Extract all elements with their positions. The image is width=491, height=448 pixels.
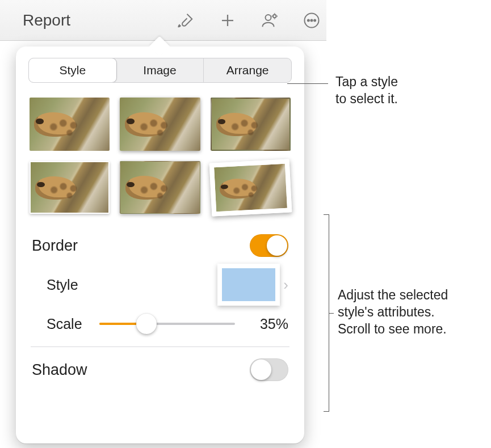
style-presets-grid xyxy=(28,98,292,214)
callout-select-style: Tap a style to select it. xyxy=(335,74,398,108)
svg-point-0 xyxy=(266,15,271,20)
shadow-toggle[interactable] xyxy=(250,358,288,381)
border-style-row[interactable]: Style › xyxy=(28,261,292,308)
svg-point-3 xyxy=(308,19,309,21)
format-popover: Style Image Arrange Border Style › Scale xyxy=(16,47,304,443)
style-preset-5[interactable] xyxy=(120,161,200,214)
brush-icon[interactable] xyxy=(177,11,195,29)
border-style-label: Style xyxy=(32,277,78,293)
tab-image[interactable]: Image xyxy=(116,58,204,82)
svg-point-4 xyxy=(311,19,313,21)
callouts-layer: Tap a style to select it. Adjust the sel… xyxy=(326,0,491,448)
divider xyxy=(31,346,289,347)
collaborate-icon[interactable] xyxy=(261,11,279,29)
style-preset-1[interactable] xyxy=(30,98,110,151)
tab-segmented-control: Style Image Arrange xyxy=(28,58,292,83)
svg-point-5 xyxy=(314,19,316,21)
toolbar-icons xyxy=(177,0,321,40)
style-preset-6[interactable] xyxy=(209,159,292,216)
document-title: Report xyxy=(23,11,70,29)
callout-line xyxy=(287,83,328,84)
shadow-row: Shadow xyxy=(28,354,292,386)
plus-icon[interactable] xyxy=(219,11,237,29)
border-section: Border Style › Scale 35% xyxy=(28,230,292,340)
border-style-preview xyxy=(217,264,280,306)
chevron-right-icon: › xyxy=(280,276,288,294)
border-row: Border xyxy=(28,230,292,261)
tab-arrange[interactable]: Arrange xyxy=(204,58,291,82)
toolbar: Report xyxy=(0,0,326,41)
border-label: Border xyxy=(32,237,78,255)
border-toggle[interactable] xyxy=(250,234,288,257)
border-scale-slider[interactable] xyxy=(99,314,235,334)
shadow-label: Shadow xyxy=(32,361,87,379)
border-scale-value: 35% xyxy=(252,316,288,332)
svg-point-1 xyxy=(273,14,276,18)
style-preset-3[interactable] xyxy=(211,98,291,151)
border-scale-label: Scale xyxy=(32,316,82,332)
style-preset-2[interactable] xyxy=(120,98,200,151)
style-preset-4[interactable] xyxy=(30,161,110,214)
border-scale-row: Scale 35% xyxy=(28,308,292,340)
callout-bracket-tick xyxy=(329,313,334,314)
more-icon[interactable] xyxy=(303,11,321,29)
callout-adjust-attrs: Adjust the selected style's attributes. … xyxy=(338,287,448,338)
callout-bracket xyxy=(324,214,329,412)
tab-style[interactable]: Style xyxy=(28,58,117,83)
